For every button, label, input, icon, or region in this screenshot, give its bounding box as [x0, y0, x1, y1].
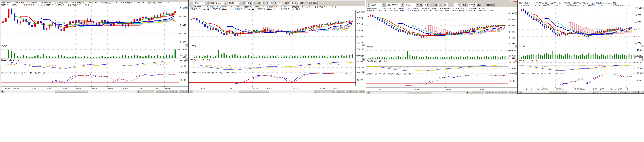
scrollbar-track[interactable] [370, 91, 466, 94]
scroll-left-button[interactable]: ◀ [190, 90, 192, 93]
close-button[interactable]: ✕ [514, 1, 517, 2]
chart-tool-button-0[interactable]: ⇤ [332, 90, 335, 93]
scroll-left-button[interactable]: ◀ [518, 91, 522, 94]
scrollbar-thumb[interactable] [548, 91, 566, 94]
scroll-right-button[interactable]: ▶ [137, 90, 140, 93]
chart-tool-button-6[interactable]: D [504, 91, 507, 94]
scrollbar-thumb[interactable] [406, 92, 431, 94]
minute-spin[interactable]: 30▲▼ [454, 3, 462, 7]
market-combo[interactable]: ▼ [367, 3, 371, 7]
spinner-icon[interactable]: ▲▼ [282, 2, 284, 5]
chart-tool-button-2[interactable]: − [617, 91, 620, 94]
zoom-slider-thumb[interactable] [597, 91, 598, 93]
chart-tool-button-0[interactable]: ⇤ [156, 90, 158, 93]
chart-tool-button-2[interactable]: − [162, 90, 165, 93]
section-dropdown-button[interactable]: ▼ [186, 44, 188, 46]
apply-button[interactable]: 適用 [476, 3, 482, 7]
market-combo[interactable]: ▼ [190, 1, 194, 5]
period-button-3[interactable]: 分 [443, 3, 447, 7]
section-dropdown-button[interactable]: ▼ [362, 11, 365, 13]
chart-tool-button-0[interactable]: ⇤ [484, 91, 488, 94]
symbol-combo[interactable]: 日経225mini▼ [208, 1, 228, 5]
period-button-4[interactable]: T [270, 1, 273, 5]
chart-tool-button-6[interactable]: D [175, 90, 178, 93]
section-dropdown-button[interactable]: ▼ [515, 73, 517, 75]
category-combo[interactable]: 先物▼ [371, 3, 385, 7]
chart-tool-button-3[interactable]: ⇥ [165, 90, 168, 93]
chart-tool-button-5[interactable]: ◥ [349, 90, 352, 93]
chart-tool-button-9[interactable]: ⊕ [185, 90, 188, 93]
chart-tool-button-4[interactable]: ▪ [498, 91, 501, 94]
period-button-0[interactable]: 日 [252, 1, 256, 5]
dropdown-arrow-icon[interactable]: ▼ [368, 3, 370, 7]
bar-interval-spin[interactable]: 1▲▼ [423, 3, 429, 7]
chart-area[interactable]: 出来高MACD( 12, 26, 9 )スロー・ストキャスティクス( 14, 3… [366, 12, 517, 91]
spinner-icon[interactable]: ▲▼ [426, 3, 429, 7]
period-button-0[interactable]: 日 [430, 3, 434, 7]
period-button-3[interactable]: 分 [266, 1, 270, 5]
section-dropdown-button[interactable]: ▼ [362, 58, 365, 60]
dropdown-arrow-icon[interactable]: ▼ [401, 3, 404, 7]
scrollbar-track[interactable] [192, 90, 314, 93]
multi-symbol-button[interactable]: 複数銘柄 [308, 1, 318, 5]
chart-tool-button-7[interactable]: L [355, 90, 358, 93]
section-dropdown-button[interactable]: ▼ [186, 59, 188, 61]
zoom-slider[interactable] [469, 91, 484, 94]
symbol-combo[interactable]: 日経225mini▼ [386, 3, 404, 7]
chart-tool-button-2[interactable]: − [491, 91, 494, 94]
section-dropdown-button[interactable]: ▼ [515, 45, 517, 47]
chart-tool-button-7[interactable]: L [634, 91, 637, 94]
chart-area[interactable]: 出来高MACD( 12, 26, 9 )スロー・ストキャスティクス( 14, 3… [1, 6, 188, 90]
scrollbar-thumb[interactable] [54, 90, 88, 93]
scroll-right-button[interactable]: ▶ [466, 91, 469, 94]
zoom-slider[interactable] [140, 90, 155, 93]
spinner-icon[interactable]: ▲▼ [296, 2, 298, 5]
chart-area[interactable]: 出来高MACD( 12, 26, 9 )スロー・ストキャスティクス( 14, 3… [189, 10, 365, 90]
chart-tool-button-3[interactable]: ⇥ [494, 91, 498, 94]
chart-tool-button-3[interactable]: ⇥ [621, 91, 624, 94]
chart-tool-button-7[interactable]: L [508, 91, 511, 94]
section-dropdown-button[interactable]: ▼ [515, 12, 517, 14]
zoom-slider-thumb[interactable] [141, 90, 143, 93]
apply-button[interactable]: 適用 [299, 1, 305, 5]
chart-tool-button-4[interactable]: ▪ [168, 90, 172, 93]
chart-tool-button-8[interactable]: B [637, 91, 640, 94]
spinner-icon[interactable]: ▲▼ [473, 3, 476, 7]
section-dropdown-button[interactable]: ▼ [362, 44, 365, 46]
spinner-icon[interactable]: ▲▼ [459, 3, 461, 7]
chart-tool-button-8[interactable]: B [182, 90, 185, 93]
chart-tool-button-3[interactable]: ⇥ [342, 90, 345, 93]
period-button-1[interactable]: 週 [434, 3, 438, 7]
contract-month-combo[interactable]: 11/12▼ [228, 1, 242, 5]
scroll-left-button[interactable]: ◀ [366, 91, 370, 94]
section-dropdown-button[interactable]: ▼ [641, 59, 643, 61]
zoom-slider[interactable] [317, 90, 332, 93]
zoom-slider-thumb[interactable] [470, 92, 472, 94]
dropdown-arrow-icon[interactable]: ▼ [382, 3, 385, 7]
chart-tool-button-5[interactable]: ◥ [501, 91, 504, 94]
period-button-2[interactable]: 月 [261, 1, 265, 5]
scrollbar-thumb[interactable] [238, 90, 269, 93]
chart-tool-button-4[interactable]: ▪ [624, 91, 627, 94]
chart-tool-button-1[interactable]: ＋ [614, 91, 617, 94]
bar-interval-spin[interactable]: 1▲▼ [246, 1, 252, 5]
period-button-4[interactable]: T [447, 3, 450, 7]
bar-count-spin[interactable]: 600▲▼ [467, 3, 476, 7]
zoom-slider[interactable] [596, 91, 610, 93]
scroll-left-button[interactable]: ◀ [1, 90, 4, 93]
chart-tool-button-1[interactable]: ＋ [336, 90, 338, 93]
chart-tool-button-6[interactable]: D [352, 90, 355, 93]
chart-tool-button-9[interactable]: ⊕ [362, 90, 365, 93]
chart-tool-button-0[interactable]: ⇤ [611, 91, 614, 94]
dropdown-arrow-icon[interactable]: ▼ [204, 2, 208, 5]
section-dropdown-button[interactable]: ▼ [186, 72, 188, 74]
scrollbar-track[interactable] [4, 90, 137, 93]
period-button-1[interactable]: 週 [257, 1, 261, 5]
chart-tool-button-6[interactable]: D [630, 91, 634, 94]
minimize-button[interactable]: ▂ [510, 1, 514, 2]
dropdown-arrow-icon[interactable]: ▼ [416, 3, 419, 7]
chart-tool-button-1[interactable]: ＋ [488, 91, 491, 94]
minute-spin[interactable]: 15▲▼ [277, 1, 284, 5]
chart-tool-button-8[interactable]: B [511, 91, 514, 94]
chart-tool-button-9[interactable]: ⊕ [640, 91, 644, 94]
